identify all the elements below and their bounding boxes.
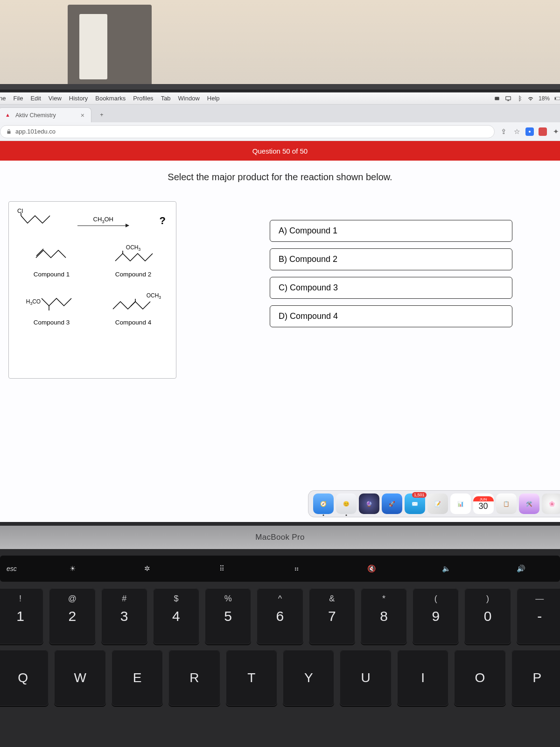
wall-frame bbox=[68, 5, 152, 89]
svg-line-12 bbox=[131, 302, 135, 306]
key-r[interactable]: R bbox=[168, 650, 220, 706]
dock-tool-icon[interactable]: 🛠️ bbox=[519, 493, 539, 514]
key-1[interactable]: !1 bbox=[0, 588, 43, 644]
key-9[interactable]: (9 bbox=[413, 588, 459, 644]
compound-4-structure-icon bbox=[110, 299, 157, 313]
menu-item[interactable]: Bookmarks bbox=[95, 95, 126, 102]
touchbar-esc-key[interactable]: esc bbox=[7, 565, 30, 572]
share-icon[interactable]: ⇪ bbox=[499, 127, 508, 136]
dock-sphere-icon[interactable]: 🔮 bbox=[359, 493, 379, 514]
reaction-diagram-box: Cl CH3OH ? bbox=[8, 201, 176, 379]
key-w[interactable]: W bbox=[54, 650, 105, 706]
key-p[interactable]: P bbox=[511, 650, 560, 706]
menu-item[interactable]: Profiles bbox=[133, 95, 153, 102]
answer-option-d[interactable]: D) Compound 4 bbox=[270, 305, 512, 327]
laptop-body: ne File Edit View History Bookmarks Prof… bbox=[0, 84, 560, 747]
extension-icon-blue[interactable] bbox=[525, 127, 534, 136]
compound-1-structure-icon bbox=[33, 247, 70, 262]
answer-option-c[interactable]: C) Compound 3 bbox=[270, 277, 512, 299]
key-o[interactable]: O bbox=[454, 650, 505, 706]
key-5[interactable]: %5 bbox=[205, 588, 251, 644]
status-icons: 18% bbox=[494, 95, 560, 102]
menu-item[interactable]: Edit bbox=[30, 95, 41, 102]
laptop-screen: ne File Edit View History Bookmarks Prof… bbox=[0, 92, 560, 522]
bookmark-star-icon[interactable]: ☆ bbox=[512, 127, 521, 136]
address-bar[interactable]: app.101edu.co bbox=[0, 125, 495, 138]
key-y[interactable]: Y bbox=[283, 650, 334, 706]
svg-point-6 bbox=[529, 130, 531, 132]
compound-4-cell: OCH3 Compound 4 bbox=[99, 290, 168, 326]
menu-item[interactable]: ne bbox=[0, 95, 6, 102]
tab-favicon-icon: ▲ bbox=[5, 112, 12, 119]
svg-rect-0 bbox=[495, 97, 499, 100]
extension-icon-red[interactable] bbox=[539, 127, 547, 136]
close-tab-button[interactable]: × bbox=[81, 112, 84, 119]
app-content: Question 50 of 50 Select the major produ… bbox=[0, 141, 560, 522]
key-7[interactable]: &7 bbox=[309, 588, 355, 644]
dock-mail-icon[interactable]: ✉️1,501 bbox=[405, 493, 425, 514]
touchbar-mute-icon[interactable]: 🔇 bbox=[339, 564, 404, 573]
answer-option-b[interactable]: B) Compound 2 bbox=[270, 248, 512, 270]
extensions-puzzle-icon[interactable]: ✦ bbox=[552, 127, 560, 136]
key-2[interactable]: @2 bbox=[49, 588, 95, 644]
macos-menu-bar: ne File Edit View History Bookmarks Prof… bbox=[0, 92, 560, 105]
touchbar-keys-high-icon[interactable]: ⠶ bbox=[265, 564, 329, 573]
menu-item[interactable]: Help bbox=[207, 95, 220, 102]
menu-item[interactable]: File bbox=[13, 95, 23, 102]
touchbar-vol-low-icon[interactable]: 🔈 bbox=[414, 564, 478, 573]
dock-finder-icon[interactable]: 😊 bbox=[336, 493, 357, 514]
key-e[interactable]: E bbox=[112, 650, 163, 706]
macos-dock-container: 🧭 😊 🔮 🚀 ✉️1,501 📝 📊 JUN 30 📋 🛠️ 🌸 💬121 📦… bbox=[0, 493, 560, 520]
key-6[interactable]: ^6 bbox=[257, 588, 303, 644]
compound-2-structure-icon bbox=[112, 251, 154, 265]
key-t[interactable]: T bbox=[226, 650, 277, 706]
question-card: Select the major product for the reactio… bbox=[0, 161, 560, 522]
key-u[interactable]: U bbox=[340, 650, 391, 706]
browser-tab-active[interactable]: ▲ Aktiv Chemistry × bbox=[0, 107, 91, 122]
macos-dock: 🧭 😊 🔮 🚀 ✉️1,501 📝 📊 JUN 30 📋 🛠️ 🌸 💬121 📦… bbox=[308, 490, 560, 517]
calendar-month: JUN bbox=[473, 496, 494, 501]
answer-choices: A) Compound 1 B) Compound 2 C) Compound … bbox=[270, 201, 512, 327]
touch-bar: esc ☀︎ ✲ ⠿ ⠶ 🔇 🔈 🔊 bbox=[0, 556, 560, 582]
new-tab-button[interactable]: + bbox=[94, 107, 109, 122]
key-8[interactable]: *8 bbox=[361, 588, 407, 644]
menu-item[interactable]: View bbox=[49, 95, 62, 102]
dock-chart-icon[interactable]: 📊 bbox=[450, 493, 471, 514]
menu-item[interactable]: Window bbox=[178, 95, 200, 102]
menu-item[interactable]: Tab bbox=[161, 95, 171, 102]
h3co-label: H3CO bbox=[26, 298, 41, 306]
screen-mirror-icon bbox=[505, 95, 511, 102]
record-icon bbox=[494, 95, 500, 102]
key-q[interactable]: Q bbox=[0, 650, 49, 706]
answer-option-a[interactable]: A) Compound 1 bbox=[270, 220, 512, 242]
reagent-label: CH3OH bbox=[93, 216, 113, 224]
reactant-substituent: Cl bbox=[17, 207, 23, 214]
lock-icon bbox=[6, 129, 12, 134]
touchbar-brightness-low-icon[interactable]: ☀︎ bbox=[40, 564, 105, 573]
key-4[interactable]: $4 bbox=[153, 588, 199, 644]
menu-item[interactable]: History bbox=[69, 95, 88, 102]
key-i[interactable]: I bbox=[397, 650, 448, 706]
dock-reminders-icon[interactable]: 📋 bbox=[496, 493, 517, 514]
dock-safari-icon[interactable]: 🧭 bbox=[313, 493, 334, 514]
laptop-hinge: MacBook Pro bbox=[0, 526, 560, 549]
dock-notes-icon[interactable]: 📝 bbox=[427, 493, 448, 514]
key-3[interactable]: #3 bbox=[101, 588, 147, 644]
compound-4-label: Compound 4 bbox=[99, 319, 168, 326]
url-text: app.101edu.co bbox=[15, 128, 56, 135]
product-question-mark: ? bbox=[160, 215, 166, 227]
touchbar-vol-high-icon[interactable]: 🔊 bbox=[489, 564, 553, 573]
key-dash[interactable]: —- bbox=[517, 588, 560, 644]
dock-calendar-icon[interactable]: JUN 30 bbox=[473, 493, 494, 514]
touchbar-keys-low-icon[interactable]: ⠿ bbox=[190, 564, 254, 573]
laptop-brand-label: MacBook Pro bbox=[255, 533, 304, 542]
wifi-icon bbox=[527, 95, 534, 102]
dock-photos-icon[interactable]: 🌸 bbox=[542, 493, 560, 514]
compound-2-label: Compound 2 bbox=[99, 271, 168, 278]
tab-title: Aktiv Chemistry bbox=[15, 112, 56, 119]
key-0[interactable]: )0 bbox=[464, 588, 511, 644]
dock-launchpad-icon[interactable]: 🚀 bbox=[382, 493, 402, 514]
touchbar-brightness-high-icon[interactable]: ✲ bbox=[115, 564, 179, 573]
bluetooth-icon bbox=[516, 95, 523, 102]
keyboard-number-row: !1 @2 #3 $4 %5 ^6 &7 *8 (9 )0 —- bbox=[0, 588, 560, 644]
